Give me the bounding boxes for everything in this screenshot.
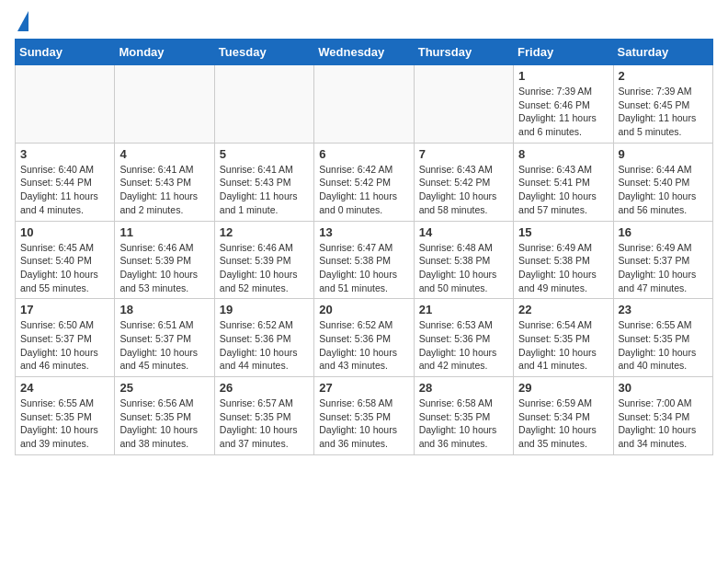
day-info: Sunrise: 6:58 AM Sunset: 5:35 PM Dayligh… — [319, 396, 408, 451]
calendar-cell: 1Sunrise: 7:39 AM Sunset: 6:46 PM Daylig… — [514, 65, 613, 144]
calendar-week-row: 24Sunrise: 6:55 AM Sunset: 5:35 PM Dayli… — [16, 377, 713, 455]
calendar-cell: 17Sunrise: 6:50 AM Sunset: 5:37 PM Dayli… — [16, 299, 115, 377]
calendar-cell: 4Sunrise: 6:41 AM Sunset: 5:43 PM Daylig… — [115, 143, 214, 221]
day-number: 21 — [419, 303, 508, 316]
logo-triangle-icon — [17, 11, 28, 31]
calendar-cell: 11Sunrise: 6:46 AM Sunset: 5:39 PM Dayli… — [115, 221, 214, 299]
calendar-cell: 7Sunrise: 6:43 AM Sunset: 5:42 PM Daylig… — [414, 143, 513, 221]
calendar-cell: 28Sunrise: 6:58 AM Sunset: 5:35 PM Dayli… — [414, 377, 513, 455]
day-number: 14 — [419, 225, 508, 239]
day-number: 26 — [220, 381, 309, 395]
day-info: Sunrise: 6:48 AM Sunset: 5:38 PM Dayligh… — [419, 241, 508, 295]
day-info: Sunrise: 6:56 AM Sunset: 5:35 PM Dayligh… — [119, 396, 209, 451]
day-info: Sunrise: 6:50 AM Sunset: 5:37 PM Dayligh… — [20, 318, 109, 373]
day-info: Sunrise: 6:42 AM Sunset: 5:42 PM Dayligh… — [319, 163, 408, 217]
day-number: 8 — [518, 147, 608, 161]
calendar-cell: 9Sunrise: 6:44 AM Sunset: 5:40 PM Daylig… — [613, 143, 712, 221]
calendar-cell: 19Sunrise: 6:52 AM Sunset: 5:36 PM Dayli… — [214, 299, 313, 377]
calendar-cell: 3Sunrise: 6:40 AM Sunset: 5:44 PM Daylig… — [16, 143, 115, 221]
calendar-cell: 27Sunrise: 6:58 AM Sunset: 5:35 PM Dayli… — [314, 377, 414, 455]
day-number: 5 — [220, 147, 309, 161]
calendar-cell: 14Sunrise: 6:48 AM Sunset: 5:38 PM Dayli… — [414, 221, 513, 299]
calendar-cell: 21Sunrise: 6:53 AM Sunset: 5:36 PM Dayli… — [414, 299, 513, 377]
day-number: 17 — [20, 303, 109, 316]
logo — [15, 15, 28, 31]
day-info: Sunrise: 6:41 AM Sunset: 5:43 PM Dayligh… — [119, 163, 209, 217]
day-number: 20 — [319, 303, 408, 316]
day-info: Sunrise: 6:44 AM Sunset: 5:40 PM Dayligh… — [619, 163, 708, 217]
calendar-cell: 16Sunrise: 6:49 AM Sunset: 5:37 PM Dayli… — [613, 221, 712, 299]
day-info: Sunrise: 6:43 AM Sunset: 5:41 PM Dayligh… — [518, 163, 608, 217]
day-number: 16 — [619, 225, 708, 239]
day-number: 25 — [119, 381, 209, 395]
calendar-cell: 30Sunrise: 7:00 AM Sunset: 5:34 PM Dayli… — [613, 377, 712, 455]
calendar-header-monday: Monday — [115, 40, 214, 65]
calendar-cell — [16, 65, 115, 144]
day-info: Sunrise: 6:45 AM Sunset: 5:40 PM Dayligh… — [20, 241, 109, 295]
day-number: 12 — [220, 225, 309, 239]
calendar-cell — [414, 65, 513, 144]
calendar-cell: 20Sunrise: 6:52 AM Sunset: 5:36 PM Dayli… — [314, 299, 414, 377]
calendar-cell: 23Sunrise: 6:55 AM Sunset: 5:35 PM Dayli… — [613, 299, 712, 377]
day-number: 30 — [619, 381, 708, 395]
day-info: Sunrise: 6:57 AM Sunset: 5:35 PM Dayligh… — [220, 396, 309, 451]
day-number: 28 — [419, 381, 508, 395]
day-number: 2 — [619, 69, 708, 83]
day-number: 24 — [20, 381, 109, 395]
day-info: Sunrise: 6:40 AM Sunset: 5:44 PM Dayligh… — [20, 163, 109, 217]
calendar-cell: 25Sunrise: 6:56 AM Sunset: 5:35 PM Dayli… — [115, 377, 214, 455]
day-number: 22 — [518, 303, 608, 316]
day-number: 3 — [20, 147, 109, 161]
calendar-cell: 5Sunrise: 6:41 AM Sunset: 5:43 PM Daylig… — [214, 143, 313, 221]
calendar-week-row: 17Sunrise: 6:50 AM Sunset: 5:37 PM Dayli… — [16, 299, 713, 377]
day-info: Sunrise: 6:52 AM Sunset: 5:36 PM Dayligh… — [220, 318, 309, 373]
calendar-week-row: 10Sunrise: 6:45 AM Sunset: 5:40 PM Dayli… — [16, 221, 713, 299]
day-info: Sunrise: 6:43 AM Sunset: 5:42 PM Dayligh… — [419, 163, 508, 217]
calendar-week-row: 1Sunrise: 7:39 AM Sunset: 6:46 PM Daylig… — [16, 65, 713, 144]
calendar-cell: 29Sunrise: 6:59 AM Sunset: 5:34 PM Dayli… — [514, 377, 613, 455]
day-info: Sunrise: 6:55 AM Sunset: 5:35 PM Dayligh… — [20, 396, 109, 451]
day-number: 13 — [319, 225, 408, 239]
calendar-cell: 13Sunrise: 6:47 AM Sunset: 5:38 PM Dayli… — [314, 221, 414, 299]
calendar-cell — [214, 65, 313, 144]
calendar-header-sunday: Sunday — [16, 40, 115, 65]
day-info: Sunrise: 6:46 AM Sunset: 5:39 PM Dayligh… — [119, 241, 209, 295]
calendar-cell — [314, 65, 414, 144]
calendar-header-row: SundayMondayTuesdayWednesdayThursdayFrid… — [16, 40, 713, 65]
calendar-cell — [115, 65, 214, 144]
calendar-header-thursday: Thursday — [414, 40, 513, 65]
day-info: Sunrise: 6:58 AM Sunset: 5:35 PM Dayligh… — [419, 396, 508, 451]
day-number: 1 — [518, 69, 608, 83]
calendar-week-row: 3Sunrise: 6:40 AM Sunset: 5:44 PM Daylig… — [16, 143, 713, 221]
page-header — [15, 15, 713, 31]
day-number: 7 — [419, 147, 508, 161]
calendar-cell: 2Sunrise: 7:39 AM Sunset: 6:45 PM Daylig… — [613, 65, 712, 144]
day-info: Sunrise: 6:49 AM Sunset: 5:38 PM Dayligh… — [518, 241, 608, 295]
calendar-header-friday: Friday — [514, 40, 613, 65]
calendar-cell: 6Sunrise: 6:42 AM Sunset: 5:42 PM Daylig… — [314, 143, 414, 221]
day-number: 6 — [319, 147, 408, 161]
day-info: Sunrise: 6:53 AM Sunset: 5:36 PM Dayligh… — [419, 318, 508, 373]
calendar-cell: 24Sunrise: 6:55 AM Sunset: 5:35 PM Dayli… — [16, 377, 115, 455]
day-info: Sunrise: 6:47 AM Sunset: 5:38 PM Dayligh… — [319, 241, 408, 295]
day-info: Sunrise: 6:52 AM Sunset: 5:36 PM Dayligh… — [319, 318, 408, 373]
day-info: Sunrise: 7:39 AM Sunset: 6:46 PM Dayligh… — [518, 85, 608, 139]
day-info: Sunrise: 6:41 AM Sunset: 5:43 PM Dayligh… — [220, 163, 309, 217]
calendar-cell: 18Sunrise: 6:51 AM Sunset: 5:37 PM Dayli… — [115, 299, 214, 377]
calendar-header-wednesday: Wednesday — [314, 40, 414, 65]
day-info: Sunrise: 6:55 AM Sunset: 5:35 PM Dayligh… — [619, 318, 708, 373]
day-number: 10 — [20, 225, 109, 239]
calendar-cell: 22Sunrise: 6:54 AM Sunset: 5:35 PM Dayli… — [514, 299, 613, 377]
calendar-cell: 12Sunrise: 6:46 AM Sunset: 5:39 PM Dayli… — [214, 221, 313, 299]
calendar-header-saturday: Saturday — [613, 40, 712, 65]
day-info: Sunrise: 7:00 AM Sunset: 5:34 PM Dayligh… — [619, 396, 708, 451]
day-number: 15 — [518, 225, 608, 239]
calendar-cell: 15Sunrise: 6:49 AM Sunset: 5:38 PM Dayli… — [514, 221, 613, 299]
day-number: 19 — [220, 303, 309, 316]
day-info: Sunrise: 6:54 AM Sunset: 5:35 PM Dayligh… — [518, 318, 608, 373]
calendar-header-tuesday: Tuesday — [214, 40, 313, 65]
day-number: 18 — [119, 303, 209, 316]
day-info: Sunrise: 6:51 AM Sunset: 5:37 PM Dayligh… — [119, 318, 209, 373]
day-number: 29 — [518, 381, 608, 395]
calendar-cell: 8Sunrise: 6:43 AM Sunset: 5:41 PM Daylig… — [514, 143, 613, 221]
